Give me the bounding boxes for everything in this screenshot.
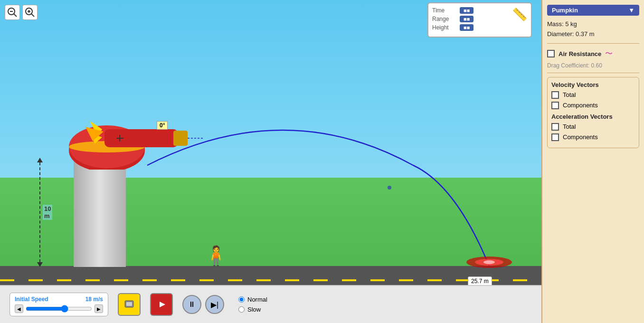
air-resistance-row: Air Resistance 〜 <box>547 48 639 60</box>
initial-speed-value: 18 m/s <box>85 296 103 303</box>
range-label: Range <box>432 16 456 22</box>
projectile-name: Pumpkin <box>552 7 578 14</box>
step-button[interactable]: ▶| <box>205 295 224 314</box>
velocity-vectors-title: Velocity Vectors <box>551 81 635 88</box>
divider-2 <box>547 73 639 73</box>
svg-point-21 <box>483 260 495 264</box>
vectors-section: Velocity Vectors Total Components Accele… <box>547 77 639 148</box>
wind-icon: 〜 <box>605 49 613 59</box>
bottom-controls: Initial Speed 18 m/s ◀ ▶ <box>0 285 541 323</box>
acceleration-vectors-title: Acceleration Vectors <box>551 113 635 120</box>
air-resistance-label: Air Resistance <box>559 50 601 57</box>
velocity-total-label: Total <box>563 91 576 98</box>
zoom-out-button[interactable] <box>5 5 20 20</box>
erase-button[interactable] <box>118 293 141 316</box>
zoom-in-button[interactable] <box>22 5 38 20</box>
projectile-selector[interactable]: Pumpkin ▼ <box>547 5 639 16</box>
tape-measure-icon: 📏 <box>512 7 527 22</box>
divider-1 <box>547 43 639 44</box>
svg-rect-23 <box>126 302 132 306</box>
svg-rect-14 <box>173 131 188 146</box>
play-controls: ⏸ ▶| <box>182 295 224 314</box>
playback-speed-options: Normal Slow <box>238 296 267 313</box>
velocity-components-checkbox[interactable] <box>551 102 559 109</box>
accel-components-option: Components <box>551 133 635 141</box>
accel-total-label: Total <box>563 123 576 130</box>
height-arrow-up <box>37 158 43 162</box>
accel-total-option: Total <box>551 123 635 131</box>
right-panel: Pumpkin ▼ Mass: 5 kg Diameter: 0.37 m Ai… <box>541 0 644 323</box>
normal-speed-label: Normal <box>247 296 267 303</box>
dropdown-arrow-icon: ▼ <box>628 7 635 14</box>
road-dashes-top <box>0 279 541 281</box>
velocity-components-option: Components <box>551 102 635 109</box>
speed-increase-button[interactable]: ▶ <box>95 304 103 313</box>
svg-rect-10 <box>104 129 178 147</box>
initial-speed-label: Initial Speed <box>15 296 48 303</box>
accel-total-checkbox[interactable] <box>551 123 559 131</box>
projectile-info: Mass: 5 kg Diameter: 0.37 m <box>547 19 639 39</box>
cannon-angle-label: 0° <box>157 121 168 130</box>
measurement-panel: Time ■■ Range ■■ Height ■■ 📏 <box>427 2 532 38</box>
mass-info: Mass: 5 kg <box>547 19 639 29</box>
speed-decrease-button[interactable]: ◀ <box>15 304 23 313</box>
time-label: Time <box>432 7 456 14</box>
time-value: ■■ <box>460 7 474 14</box>
landing-distance-label: 25.7 m <box>468 276 492 286</box>
landing-zone <box>465 255 513 271</box>
height-meas-label: Height <box>432 24 456 31</box>
svg-line-2 <box>14 14 17 17</box>
pedestal <box>74 158 126 267</box>
simulation-area: 10 m 0° <box>0 0 541 323</box>
speed-slider[interactable] <box>26 305 92 313</box>
velocity-components-label: Components <box>563 102 598 109</box>
svg-line-6 <box>31 14 34 17</box>
zoom-controls <box>5 5 38 20</box>
height-label: 10 m <box>43 205 52 220</box>
velocity-total-option: Total <box>551 91 635 99</box>
range-value: ■■ <box>460 16 474 22</box>
accel-components-checkbox[interactable] <box>551 133 559 141</box>
velocity-total-checkbox[interactable] <box>551 91 559 99</box>
height-meas-value: ■■ <box>460 24 474 31</box>
cannon-assembly[interactable]: 0° <box>62 103 204 171</box>
svg-point-18 <box>388 186 391 190</box>
drag-coefficient-label: Drag Coefficient: 0.60 <box>547 62 639 69</box>
pause-button[interactable]: ⏸ <box>182 295 201 314</box>
diameter-info: Diameter: 0.37 m <box>547 29 639 39</box>
height-arrow-down <box>37 262 43 267</box>
slow-speed-label: Slow <box>247 306 261 313</box>
speed-control-panel: Initial Speed 18 m/s ◀ ▶ <box>9 293 108 316</box>
person-figure: 🧍 <box>204 245 228 267</box>
height-line <box>39 162 40 262</box>
accel-components-label: Components <box>563 133 598 141</box>
launch-button[interactable] <box>150 293 173 316</box>
normal-speed-radio[interactable] <box>238 296 245 303</box>
air-resistance-checkbox[interactable] <box>547 50 555 57</box>
slow-speed-radio[interactable] <box>238 306 245 313</box>
